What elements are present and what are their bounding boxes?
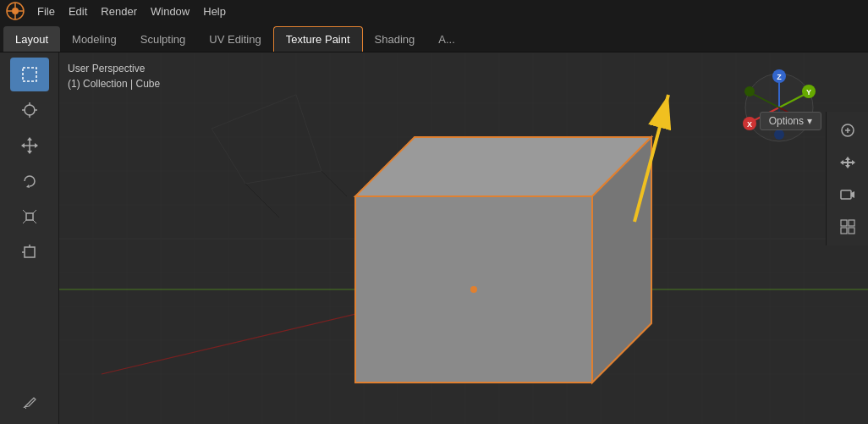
svg-text:X: X <box>747 120 752 129</box>
svg-marker-33 <box>21 143 25 148</box>
menu-file[interactable]: File <box>30 0 62 22</box>
navigation-gizmo[interactable]: Z Y X <box>741 69 817 146</box>
menu-help[interactable]: Help <box>196 0 233 22</box>
tab-shading[interactable]: Shading <box>363 26 427 52</box>
svg-text:Y: Y <box>806 88 811 96</box>
svg-marker-34 <box>35 143 38 148</box>
left-toolbar <box>0 52 59 424</box>
collection-label: (1) Collection | Cube <box>68 76 160 91</box>
menu-edit[interactable]: Edit <box>62 0 94 22</box>
svg-point-1 <box>12 8 19 14</box>
tab-uv-editing[interactable]: UV Editing <box>197 26 272 52</box>
tab-sculpting[interactable]: Sculpting <box>129 26 197 52</box>
svg-line-37 <box>23 210 26 213</box>
menu-window[interactable]: Window <box>144 0 196 22</box>
blender-logo[interactable] <box>3 0 27 22</box>
view-type-label: User Perspective <box>68 61 160 76</box>
svg-marker-31 <box>27 137 32 140</box>
svg-line-38 <box>33 210 36 213</box>
svg-rect-115 <box>849 228 854 234</box>
move-tool-button[interactable] <box>10 129 49 162</box>
right-viewport-tools <box>826 112 868 245</box>
zoom-in-button[interactable] <box>832 115 863 146</box>
tab-animation[interactable]: A... <box>426 26 467 52</box>
svg-line-40 <box>33 220 36 223</box>
perspective-label: User Perspective (1) Collection | Cube <box>68 61 160 91</box>
svg-point-104 <box>744 86 755 96</box>
camera-button[interactable] <box>832 179 863 210</box>
options-label: Options <box>769 115 804 127</box>
pan-button[interactable] <box>832 147 863 178</box>
svg-rect-114 <box>841 228 847 234</box>
select-tool-button[interactable] <box>10 58 49 91</box>
options-chevron-icon: ▾ <box>807 115 812 127</box>
tab-modeling[interactable]: Modeling <box>60 26 129 52</box>
svg-line-39 <box>23 220 26 223</box>
grid-button[interactable] <box>832 212 863 242</box>
tab-texture-paint[interactable]: Texture Paint <box>273 26 363 52</box>
svg-rect-23 <box>23 68 36 81</box>
svg-point-82 <box>470 286 477 293</box>
cursor-tool-button[interactable] <box>10 93 49 127</box>
svg-rect-113 <box>849 220 854 226</box>
annotate-tool-button[interactable] <box>10 385 49 419</box>
svg-point-24 <box>25 105 35 115</box>
svg-marker-35 <box>26 184 30 188</box>
svg-line-44 <box>25 407 26 409</box>
scale-tool-button[interactable] <box>10 200 49 234</box>
svg-point-102 <box>774 129 784 140</box>
svg-rect-36 <box>26 213 33 220</box>
menu-render[interactable]: Render <box>94 0 144 22</box>
viewport-3d[interactable]: User Perspective (1) Collection | Cube Z… <box>59 52 868 424</box>
workspace-tabs: Layout Modeling Sculpting UV Editing Tex… <box>0 22 868 52</box>
options-button[interactable]: Options ▾ <box>760 112 821 130</box>
rotate-tool-button[interactable] <box>10 164 49 198</box>
svg-rect-41 <box>25 247 35 257</box>
tab-layout[interactable]: Layout <box>3 26 60 52</box>
svg-marker-32 <box>27 151 32 154</box>
top-menu-bar: File Edit Render Window Help <box>0 0 868 22</box>
svg-text:Z: Z <box>777 73 782 81</box>
transform-tool-button[interactable] <box>10 235 49 269</box>
svg-rect-110 <box>841 190 851 199</box>
svg-rect-112 <box>841 220 847 226</box>
